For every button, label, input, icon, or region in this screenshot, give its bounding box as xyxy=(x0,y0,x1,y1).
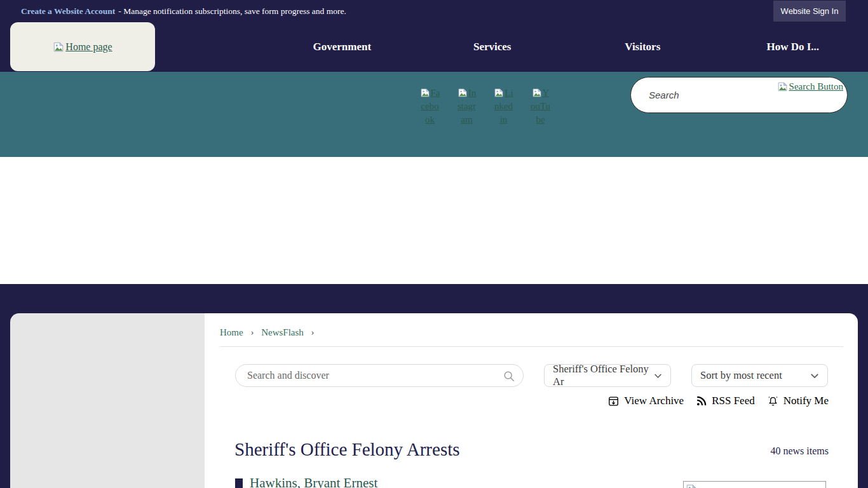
notify-me-link[interactable]: Notify Me xyxy=(767,395,829,407)
header-band: Facebook Instagram Linkedin YouTube Sear… xyxy=(0,72,868,157)
website-sign-in-button[interactable]: Website Sign In xyxy=(773,1,846,22)
breadcrumb-home-link[interactable]: Home xyxy=(220,327,243,337)
nav-item-services[interactable]: Services xyxy=(417,22,568,72)
rss-icon xyxy=(696,395,707,407)
search-button-label: Search Button xyxy=(789,81,843,92)
news-search-input[interactable] xyxy=(247,365,495,386)
breadcrumb-separator: › xyxy=(311,327,315,337)
rss-feed-link[interactable]: RSS Feed xyxy=(696,395,755,407)
bell-icon xyxy=(767,395,779,407)
top-utility-bar: Create a Website Account - Manage notifi… xyxy=(0,0,868,22)
news-list-item: Hawkins, Bryant Ernest xyxy=(235,475,377,488)
filter-controls: Sheriff's Office Felony Ar Sort by most … xyxy=(205,364,858,387)
breadcrumb-separator: › xyxy=(250,327,254,337)
sort-select-value: Sort by most recent xyxy=(700,369,782,382)
hero-spacer xyxy=(0,157,868,284)
news-item-bullet xyxy=(235,478,243,488)
broken-image-icon xyxy=(53,41,64,53)
rss-feed-label: RSS Feed xyxy=(712,395,755,407)
nav-item-visitors[interactable]: Visitors xyxy=(567,22,718,72)
page-title: Sheriff's Office Felony Arrests xyxy=(234,439,460,460)
view-archive-label: View Archive xyxy=(624,395,684,407)
news-item-thumbnail[interactable] xyxy=(683,481,826,488)
chevron-down-icon xyxy=(810,373,819,379)
broken-image-icon xyxy=(420,88,430,98)
create-account-link[interactable]: Create a Website Account xyxy=(21,6,115,17)
category-select-value: Sheriff's Office Felony Ar xyxy=(553,363,654,388)
site-search-input[interactable] xyxy=(649,78,770,112)
home-page-link-label: Home page xyxy=(65,41,112,53)
youtube-link[interactable]: YouTube xyxy=(530,86,551,126)
site-search-box: Search Button xyxy=(630,77,848,113)
lower-section: Home › NewsFlash › Sheriff's Office Felo… xyxy=(0,284,868,488)
left-sidebar-panel xyxy=(10,313,205,488)
news-item-title-link[interactable]: Hawkins, Bryant Ernest xyxy=(250,475,377,488)
sort-select[interactable]: Sort by most recent xyxy=(691,364,828,387)
category-select[interactable]: Sheriff's Office Felony Ar xyxy=(544,364,671,387)
account-note-text: - Manage notification subscriptions, sav… xyxy=(118,6,346,17)
linkedin-link[interactable]: Linkedin xyxy=(493,86,514,126)
news-count: 40 news items xyxy=(770,445,829,457)
view-archive-link[interactable]: View Archive xyxy=(607,395,684,407)
broken-image-icon xyxy=(494,88,504,98)
content-card: Home › NewsFlash › Sheriff's Office Felo… xyxy=(10,313,858,488)
nav-item-how-do-i[interactable]: How Do I... xyxy=(718,22,868,72)
instagram-link[interactable]: Instagram xyxy=(456,86,477,126)
page: Create a Website Account - Manage notifi… xyxy=(0,0,868,488)
account-message: Create a Website Account - Manage notifi… xyxy=(21,0,346,22)
home-logo-card[interactable]: Home page xyxy=(10,22,155,71)
search-button-link[interactable]: Search Button xyxy=(777,81,843,92)
facebook-link[interactable]: Facebook xyxy=(419,86,440,126)
broken-image-icon xyxy=(777,81,788,92)
main-nav-bar: Home page Government Services Visitors H… xyxy=(0,22,868,72)
primary-nav: Government Services Visitors How Do I... xyxy=(267,22,868,72)
notify-me-label: Notify Me xyxy=(783,395,829,407)
breadcrumb: Home › NewsFlash › xyxy=(220,327,320,338)
archive-icon xyxy=(607,395,620,407)
chevron-down-icon xyxy=(654,373,662,379)
social-links: Facebook Instagram Linkedin YouTube xyxy=(419,86,551,126)
nav-item-government[interactable]: Government xyxy=(267,22,417,72)
broken-image-icon xyxy=(532,88,542,98)
main-content: Home › NewsFlash › Sheriff's Office Felo… xyxy=(205,313,858,488)
news-actions: View Archive RSS Feed Notify Me xyxy=(607,395,829,407)
breadcrumb-newsflash-link[interactable]: NewsFlash xyxy=(261,327,304,337)
breadcrumb-divider xyxy=(220,346,843,347)
search-icon[interactable] xyxy=(503,370,515,383)
broken-image-icon xyxy=(686,484,697,488)
broken-image-icon xyxy=(458,88,468,98)
home-page-link[interactable]: Home page xyxy=(53,41,112,53)
news-search-box xyxy=(235,364,524,387)
